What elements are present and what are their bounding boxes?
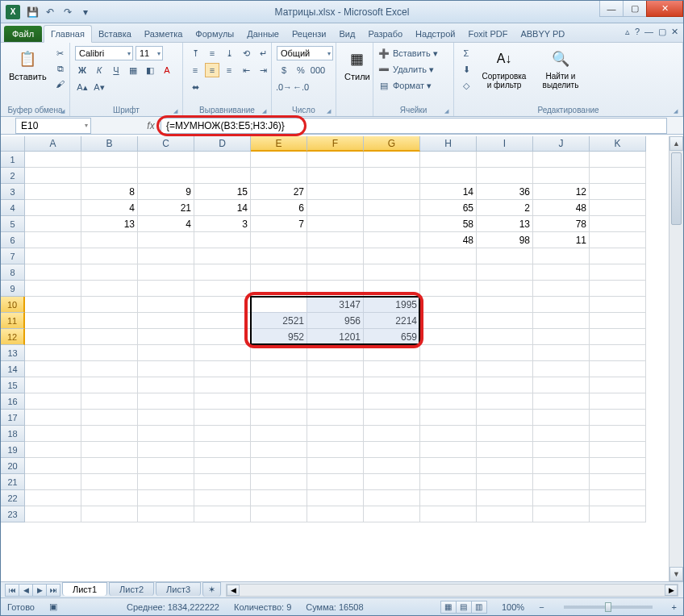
row-header-14[interactable]: 14 [1, 361, 25, 377]
cell-C18[interactable] [138, 426, 194, 442]
cell-D17[interactable] [194, 410, 251, 426]
tab-insert[interactable]: Вставка [92, 26, 138, 42]
decrease-decimal-icon[interactable]: ←.0 [294, 80, 308, 94]
cell-I16[interactable] [477, 393, 533, 410]
cells-insert[interactable]: ➕Вставить ▾ [378, 46, 438, 60]
border-icon[interactable]: ▦ [126, 63, 140, 77]
cell-I19[interactable] [477, 442, 533, 458]
row-header-18[interactable]: 18 [1, 426, 25, 442]
cell-E14[interactable] [251, 361, 307, 377]
cell-F19[interactable] [307, 442, 364, 458]
cell-F5[interactable] [307, 216, 364, 232]
decrease-indent-icon[interactable]: ⇤ [239, 63, 253, 77]
comma-icon[interactable]: 000 [311, 63, 325, 77]
cell-A3[interactable] [25, 184, 81, 200]
cell-F21[interactable] [307, 474, 364, 490]
cell-H12[interactable] [420, 329, 477, 345]
cell-D2[interactable] [194, 168, 251, 184]
row-header-22[interactable]: 22 [1, 490, 25, 506]
tab-developer[interactable]: Разрабо [361, 26, 409, 42]
cell-I6[interactable]: 98 [477, 232, 533, 248]
cell-K9[interactable] [590, 281, 646, 297]
cell-C6[interactable] [138, 232, 194, 248]
cell-F9[interactable] [307, 281, 364, 297]
cell-A9[interactable] [25, 281, 81, 297]
tab-review[interactable]: Рецензи [286, 26, 333, 42]
cell-H19[interactable] [420, 442, 477, 458]
cell-C3[interactable]: 9 [138, 184, 194, 200]
cells-format[interactable]: ▤Формат ▾ [378, 78, 432, 93]
cell-A12[interactable] [25, 329, 81, 345]
cell-I11[interactable] [477, 313, 533, 329]
cell-F13[interactable] [307, 345, 364, 361]
cell-G16[interactable] [364, 393, 420, 410]
cell-C15[interactable] [138, 377, 194, 393]
formula-input[interactable]: {=МУМНОЖ(B3:E5;H3:J6)} [161, 118, 667, 134]
cell-D5[interactable]: 3 [194, 216, 251, 232]
cell-B18[interactable] [81, 426, 138, 442]
cell-H23[interactable] [420, 506, 477, 522]
cell-J6[interactable]: 11 [533, 232, 590, 248]
cell-G4[interactable] [364, 200, 420, 216]
cell-F11[interactable]: 956 [307, 313, 364, 329]
cell-B7[interactable] [81, 248, 138, 264]
cell-G1[interactable] [364, 152, 420, 168]
cell-K8[interactable] [590, 264, 646, 281]
doc-restore-icon[interactable]: ▢ [658, 27, 666, 37]
cell-I12[interactable] [477, 329, 533, 345]
cell-G23[interactable] [364, 506, 420, 522]
cell-J3[interactable]: 12 [533, 184, 590, 200]
cell-E10[interactable]: 2863 [251, 297, 307, 313]
align-right-icon[interactable]: ≡ [222, 63, 236, 77]
qat-save[interactable]: 💾 [25, 5, 40, 19]
col-header-H[interactable]: H [420, 136, 477, 152]
cell-J14[interactable] [533, 361, 590, 377]
cell-G17[interactable] [364, 410, 420, 426]
cell-B12[interactable] [81, 329, 138, 345]
cell-D19[interactable] [194, 442, 251, 458]
cell-E17[interactable] [251, 410, 307, 426]
row-header-7[interactable]: 7 [1, 248, 25, 264]
cell-B5[interactable]: 13 [81, 216, 138, 232]
cell-C13[interactable] [138, 345, 194, 361]
cell-I17[interactable] [477, 410, 533, 426]
cell-C21[interactable] [138, 474, 194, 490]
zoom-out-button[interactable]: − [539, 602, 544, 612]
cell-F20[interactable] [307, 458, 364, 474]
cell-E15[interactable] [251, 377, 307, 393]
cell-F22[interactable] [307, 490, 364, 506]
cell-J20[interactable] [533, 458, 590, 474]
row-header-23[interactable]: 23 [1, 506, 25, 522]
cell-D16[interactable] [194, 393, 251, 410]
cell-G7[interactable] [364, 248, 420, 264]
cell-E6[interactable] [251, 232, 307, 248]
cell-A21[interactable] [25, 474, 81, 490]
cell-I5[interactable]: 13 [477, 216, 533, 232]
cell-A1[interactable] [25, 152, 81, 168]
col-header-K[interactable]: K [590, 136, 646, 152]
col-header-B[interactable]: B [81, 136, 138, 152]
cell-G15[interactable] [364, 377, 420, 393]
zoom-knob[interactable] [605, 602, 611, 612]
cell-E1[interactable] [251, 152, 307, 168]
cells-delete[interactable]: ➖Удалить ▾ [378, 62, 434, 77]
cell-B3[interactable]: 8 [81, 184, 138, 200]
cell-J15[interactable] [533, 377, 590, 393]
sort-filter-button[interactable]: A↓ Сортировка и фильтр [477, 46, 532, 91]
cell-H4[interactable]: 65 [420, 200, 477, 216]
cell-K21[interactable] [590, 474, 646, 490]
cell-J5[interactable]: 78 [533, 216, 590, 232]
cell-B4[interactable]: 4 [81, 200, 138, 216]
cell-C4[interactable]: 21 [138, 200, 194, 216]
cell-J4[interactable]: 48 [533, 200, 590, 216]
cell-J17[interactable] [533, 410, 590, 426]
row-header-5[interactable]: 5 [1, 216, 25, 232]
cell-K15[interactable] [590, 377, 646, 393]
number-format-combo[interactable]: Общий [277, 46, 333, 60]
cell-E11[interactable]: 2521 [251, 313, 307, 329]
cell-K17[interactable] [590, 410, 646, 426]
tab-abbyy[interactable]: ABBYY PD [514, 26, 571, 42]
cell-I21[interactable] [477, 474, 533, 490]
cell-D4[interactable]: 14 [194, 200, 251, 216]
cell-E12[interactable]: 952 [251, 329, 307, 345]
